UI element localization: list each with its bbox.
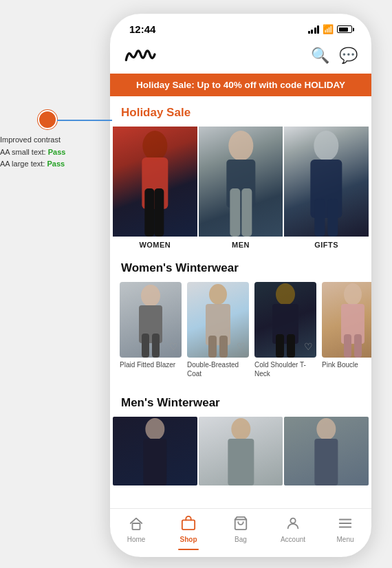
svg-point-32 — [317, 418, 336, 440]
womens-winterwear-title: Women's Winterwear — [110, 252, 371, 282]
bottom-nav: Home Shop Bag — [110, 508, 371, 557]
category-gifts-label: GIFTS — [284, 237, 369, 252]
svg-point-20 — [276, 283, 295, 305]
svg-rect-2 — [144, 188, 154, 237]
nav-menu[interactable]: Menu — [319, 516, 371, 543]
wishlist-icon-1[interactable]: ♡ — [169, 341, 178, 352]
category-women[interactable]: WOMEN — [113, 127, 197, 252]
svg-point-24 — [344, 283, 362, 305]
mens-product-grid[interactable] — [110, 417, 371, 485]
svg-rect-26 — [344, 334, 351, 358]
status-icons: 📶 — [308, 24, 353, 34]
svg-rect-31 — [228, 439, 254, 485]
svg-rect-22 — [276, 334, 284, 358]
annotation-dot — [38, 110, 57, 129]
header-actions: 🔍 💬 — [311, 47, 358, 65]
bag-icon — [233, 516, 248, 534]
svg-rect-3 — [154, 188, 164, 237]
category-women-image — [113, 127, 197, 237]
category-grid: WOMEN MEN — [110, 127, 371, 252]
category-men[interactable]: MEN — [199, 127, 283, 252]
nav-account[interactable]: Account — [267, 516, 319, 543]
svg-rect-29 — [143, 439, 166, 485]
svg-rect-15 — [152, 334, 160, 358]
product-name-1: Plaid Fitted Blazer — [120, 360, 182, 369]
annotation-text: Improved contrast AA small text: Pass AA… — [0, 134, 65, 171]
category-women-label: WOMEN — [113, 237, 197, 252]
search-icon[interactable]: 🔍 — [311, 47, 329, 65]
promo-banner[interactable]: Holiday Sale: Up to 40% off with code HO… — [110, 74, 371, 96]
svg-rect-10 — [315, 199, 325, 237]
product-name-3: Cold Shoulder T-Neck — [254, 360, 316, 378]
svg-rect-33 — [315, 439, 338, 485]
scroll-content: Holiday Sale WOMEN — [110, 96, 371, 508]
product-card-1[interactable]: ♡ Plaid Fitted Blazer — [120, 282, 182, 378]
account-icon — [285, 516, 301, 534]
category-men-label: MEN — [199, 237, 283, 252]
app-logo — [124, 45, 158, 67]
svg-point-30 — [231, 418, 250, 440]
chat-icon[interactable]: 💬 — [339, 47, 358, 65]
product-card-3[interactable]: ♡ Cold Shoulder T-Neck — [254, 282, 316, 378]
nav-bag[interactable]: Bag — [215, 516, 267, 543]
product-name-2: Double-Breasted Coat — [187, 360, 249, 378]
home-icon — [129, 516, 144, 534]
svg-point-12 — [141, 285, 160, 307]
svg-rect-27 — [354, 334, 362, 358]
signal-icon — [308, 25, 320, 34]
menu-icon — [338, 516, 353, 534]
wishlist-icon-2[interactable]: ♡ — [237, 341, 246, 352]
nav-menu-label: Menu — [336, 536, 353, 543]
svg-point-8 — [314, 131, 339, 161]
mens-product-3[interactable] — [284, 417, 369, 485]
wishlist-icon-3[interactable]: ♡ — [304, 341, 313, 352]
svg-point-37 — [290, 518, 295, 523]
svg-rect-6 — [230, 188, 240, 237]
battery-icon — [337, 25, 352, 33]
product-name-4: Pink Boucle — [322, 360, 371, 369]
nav-shop-label: Shop — [180, 536, 197, 543]
wifi-icon: 📶 — [323, 24, 334, 34]
phone-shell: 12:44 📶 🔍 💬 Holiday Sale: Up to 40% off … — [110, 14, 371, 557]
svg-rect-11 — [328, 199, 338, 237]
category-men-image — [199, 127, 283, 237]
svg-rect-34 — [133, 523, 140, 529]
womens-product-scroll[interactable]: ♡ Plaid Fitted Blazer ♡ Double-Breasted … — [110, 282, 371, 386]
category-gifts[interactable]: GIFTS — [284, 127, 369, 252]
svg-point-16 — [209, 284, 227, 305]
nav-account-label: Account — [281, 536, 305, 543]
holiday-sale-title: Holiday Sale — [110, 96, 371, 127]
svg-rect-19 — [219, 336, 228, 358]
status-time: 12:44 — [129, 23, 155, 35]
shop-icon — [181, 516, 196, 534]
nav-shop[interactable]: Shop — [162, 516, 215, 543]
svg-rect-7 — [241, 188, 252, 237]
category-gifts-image — [284, 127, 369, 237]
mens-product-2[interactable] — [199, 417, 283, 485]
svg-rect-35 — [182, 520, 195, 529]
nav-home[interactable]: Home — [110, 516, 162, 543]
svg-rect-23 — [287, 334, 295, 358]
product-image-4 — [322, 282, 371, 358]
nav-bag-label: Bag — [235, 536, 247, 543]
nav-home-label: Home — [127, 536, 146, 543]
annotation-line — [57, 120, 112, 121]
product-card-4[interactable]: ♡ Pink Boucle — [322, 282, 371, 378]
svg-point-28 — [145, 418, 164, 440]
mens-product-1[interactable] — [113, 417, 197, 485]
svg-point-4 — [228, 131, 253, 161]
product-card-2[interactable]: ♡ Double-Breasted Coat — [187, 282, 249, 378]
status-bar: 12:44 📶 — [110, 14, 371, 39]
app-header: 🔍 💬 — [110, 39, 371, 74]
mens-winterwear-title: Men's Winterwear — [110, 386, 371, 417]
svg-rect-14 — [142, 334, 149, 358]
svg-point-0 — [142, 131, 167, 161]
svg-rect-18 — [208, 336, 217, 358]
